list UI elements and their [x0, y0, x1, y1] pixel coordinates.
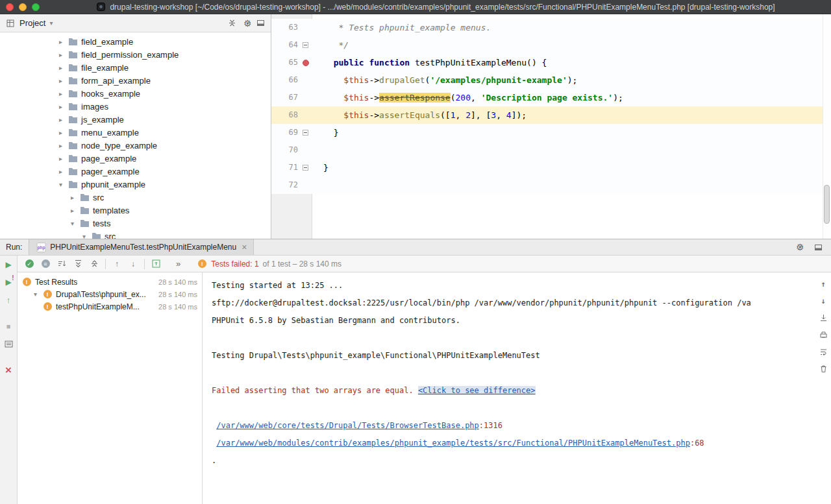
- close-window-button[interactable]: [6, 3, 14, 11]
- file-link[interactable]: /var/www/web/modules/contrib/examples/ph…: [216, 438, 690, 448]
- toggle-auto-test-icon[interactable]: ↑: [3, 294, 14, 305]
- project-item[interactable]: ▸templates: [0, 204, 271, 217]
- project-item[interactable]: ▾phpunit_example: [0, 178, 271, 191]
- diff-link[interactable]: <Click to see difference>: [418, 386, 536, 395]
- test-name: testPhpUnitExampleM...: [56, 302, 140, 311]
- test-failed-gutter-icon[interactable]: [301, 58, 310, 67]
- chevron-down-icon[interactable]: ▾: [49, 19, 53, 27]
- console-right-toolbar: ↑↓: [818, 279, 828, 374]
- run-tab-bar: Run: php PHPUnitExampleMenuTest.testPhpU…: [0, 239, 831, 256]
- chevron-right-icon[interactable]: ▸: [57, 64, 64, 71]
- project-item[interactable]: ▸page_example: [0, 152, 271, 165]
- rerun-tests-icon[interactable]: ▶: [3, 259, 14, 270]
- import-test-results-icon[interactable]: [151, 259, 161, 269]
- editor-line[interactable]: 65 public function testPhpUnitExampleMen…: [271, 54, 823, 71]
- project-item[interactable]: ▸node_type_example: [0, 139, 271, 152]
- chevron-down-icon[interactable]: ▾: [57, 181, 64, 188]
- editor-line[interactable]: 64 */: [271, 36, 823, 54]
- scroll-to-end-icon[interactable]: [818, 313, 828, 323]
- scroll-down-icon[interactable]: ↓: [818, 296, 828, 306]
- stop-icon[interactable]: ■: [3, 321, 14, 331]
- editor-line[interactable]: 69 }: [271, 124, 823, 141]
- test-tree-row[interactable]: ▾!Drupal\Tests\phpunit_ex...28 s 140 ms: [18, 288, 202, 300]
- project-item[interactable]: ▸menu_example: [0, 126, 271, 139]
- file-link[interactable]: /var/www/web/core/tests/Drupal/Tests/Bro…: [216, 421, 479, 430]
- sort-by-duration-icon[interactable]: [56, 259, 67, 269]
- chevron-down-icon[interactable]: ▾: [69, 220, 76, 227]
- chevron-right-icon[interactable]: ▸: [69, 194, 76, 201]
- editor-line[interactable]: 63 * Tests phpunit_example menus.: [271, 19, 823, 36]
- project-item[interactable]: ▸hooks_example: [0, 87, 271, 100]
- zoom-window-button[interactable]: [32, 3, 40, 11]
- chevron-right-icon[interactable]: ▸: [57, 51, 64, 58]
- editor-line[interactable]: 68 $this->assertEquals([1, 2], [3, 4]);: [271, 106, 823, 124]
- fold-marker-icon[interactable]: [301, 128, 310, 138]
- more-actions-chevrons[interactable]: »: [176, 259, 180, 269]
- minimize-window-button[interactable]: [19, 3, 27, 11]
- clear-all-icon[interactable]: [818, 363, 828, 374]
- test-tree-row[interactable]: !testPhpUnitExampleM...28 s 140 ms: [18, 300, 202, 313]
- project-item[interactable]: ▸js_example: [0, 113, 271, 126]
- code-text: * Tests phpunit_example menus.: [312, 19, 823, 36]
- print-icon[interactable]: [818, 330, 828, 340]
- project-item[interactable]: ▸file_example: [0, 61, 271, 74]
- hide-panel-icon[interactable]: [255, 18, 266, 29]
- chevron-right-icon[interactable]: ▸: [57, 142, 64, 149]
- chevron-down-icon[interactable]: ▾: [32, 291, 39, 298]
- project-tree: ▸field_example▸field_permission_example▸…: [0, 32, 271, 239]
- project-item[interactable]: ▸field_example: [0, 35, 271, 48]
- chevron-right-icon[interactable]: ▸: [57, 38, 64, 45]
- project-item[interactable]: ▾tests: [0, 217, 271, 230]
- project-item[interactable]: ▸pager_example: [0, 165, 271, 178]
- folder-name: src: [105, 232, 116, 239]
- gutter-cell: 67: [271, 89, 312, 106]
- scroll-up-icon[interactable]: ↑: [818, 279, 828, 289]
- project-item[interactable]: ▸images: [0, 100, 271, 113]
- editor-line[interactable]: 67 $this->assertResponse(200, 'Descripti…: [271, 89, 823, 106]
- folder-name: phpunit_example: [81, 180, 145, 189]
- expand-all-icon[interactable]: [73, 259, 83, 269]
- editor-line[interactable]: 66 $this->drupalGet('/examples/phpunit-e…: [271, 71, 823, 89]
- editor-line[interactable]: 72: [271, 176, 823, 194]
- fold-marker-icon[interactable]: [301, 163, 310, 173]
- collapse-all-icon[interactable]: [89, 259, 99, 269]
- show-ignored-icon[interactable]: ≡: [40, 259, 51, 269]
- close-tab-icon[interactable]: ×: [242, 244, 247, 250]
- project-view-title[interactable]: Project: [19, 18, 45, 28]
- project-item[interactable]: ▾src: [0, 230, 271, 239]
- chevron-right-icon[interactable]: ▸: [69, 207, 76, 214]
- project-item[interactable]: ▸form_api_example: [0, 74, 271, 87]
- previous-occurrence-icon[interactable]: ↑: [112, 259, 122, 269]
- editor-line[interactable]: 71}: [271, 159, 823, 176]
- test-tree-row[interactable]: !Test Results28 s 140 ms: [18, 276, 202, 288]
- chevron-right-icon[interactable]: ▸: [57, 129, 64, 136]
- project-item[interactable]: ▸field_permission_example: [0, 48, 271, 61]
- settings-gear-icon[interactable]: ⚙▾: [241, 18, 251, 29]
- folder-icon: [68, 140, 78, 150]
- chevron-right-icon[interactable]: ▸: [57, 116, 64, 123]
- chevron-right-icon[interactable]: ▸: [57, 90, 64, 97]
- hide-run-panel-icon[interactable]: [813, 242, 823, 252]
- test-history-icon[interactable]: [3, 339, 14, 349]
- run-settings-gear-icon[interactable]: ⚙▾: [793, 242, 804, 252]
- project-item[interactable]: ▸src: [0, 191, 271, 204]
- console-output[interactable]: Testing started at 13:25 ...sftp://docke…: [203, 272, 831, 504]
- editor-pane[interactable]: 63 * Tests phpunit_example menus.64 */65…: [271, 14, 831, 239]
- chevron-right-icon[interactable]: ▸: [57, 77, 64, 84]
- title-bar: drupal-testing-workshop [~/Code/os/drupa…: [0, 0, 831, 14]
- next-occurrence-icon[interactable]: ↓: [128, 259, 138, 269]
- show-passed-icon[interactable]: ✓: [24, 259, 34, 269]
- close-run-tab-icon[interactable]: ×: [3, 365, 14, 376]
- collapse-all-icon[interactable]: [227, 18, 237, 29]
- editor-line[interactable]: 70: [271, 141, 823, 159]
- run-tab[interactable]: php PHPUnitExampleMenuTest.testPhpUnitEx…: [29, 239, 254, 255]
- chevron-right-icon[interactable]: ▸: [57, 155, 64, 162]
- toolbar-separator: [144, 259, 145, 269]
- chevron-right-icon[interactable]: ▸: [57, 168, 64, 175]
- chevron-down-icon[interactable]: ▾: [81, 233, 88, 239]
- editor-scrollbar-thumb[interactable]: [824, 185, 830, 224]
- soft-wrap-icon[interactable]: [818, 346, 828, 357]
- chevron-right-icon[interactable]: ▸: [57, 103, 64, 110]
- fold-marker-icon[interactable]: [301, 40, 310, 50]
- rerun-failed-tests-icon[interactable]: ▶!: [3, 277, 14, 287]
